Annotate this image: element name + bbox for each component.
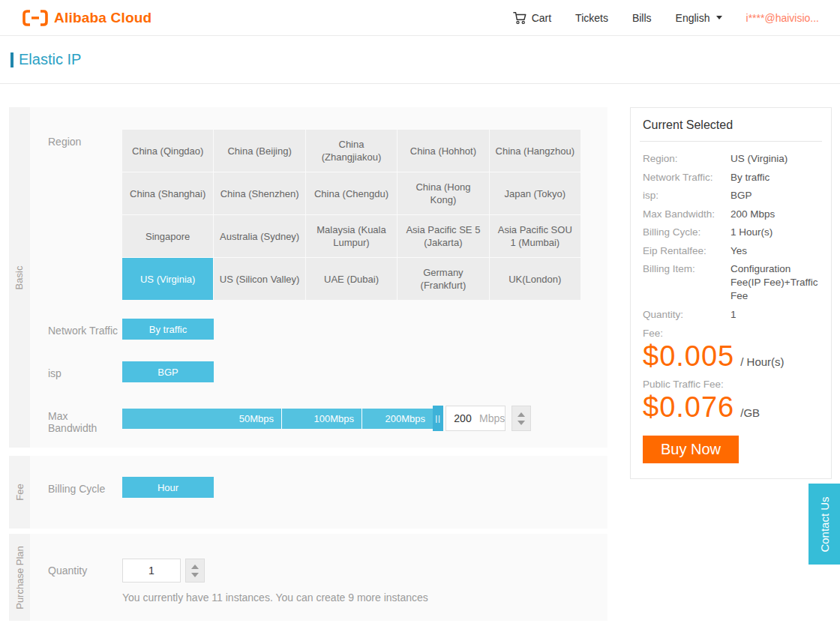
- fee-label: Fee:: [643, 328, 819, 339]
- region-option[interactable]: China (Shanghai): [122, 172, 213, 214]
- summary-divider: [640, 141, 822, 142]
- region-option[interactable]: China (Shenzhen): [214, 172, 304, 214]
- summary-row-billing-item: Billing Item: Configuration Fee(IP Fee)+…: [643, 262, 819, 303]
- title-accent-bar: [10, 52, 14, 67]
- bandwidth-slider-wrap: 50Mbps 100Mbps 200Mbps || Mbps: [122, 406, 531, 431]
- region-option[interactable]: UK(London): [490, 258, 580, 300]
- stepper-up-icon[interactable]: [518, 412, 525, 417]
- region-option[interactable]: UAE (Dubai): [306, 258, 397, 300]
- page-title: Elastic IP: [19, 51, 81, 68]
- top-header: Alibaba Cloud Cart Tickets Bills English…: [0, 0, 840, 36]
- quantity-row: Quantity You currently have 11 instances…: [30, 559, 608, 604]
- nav-bills[interactable]: Bills: [632, 12, 652, 24]
- region-option[interactable]: Japan (Tokyo): [490, 172, 580, 214]
- cart-icon: [512, 10, 527, 25]
- summary-row-label: Billing Item:: [643, 262, 730, 303]
- traffic-fee-unit: /GB: [740, 406, 760, 419]
- summary-row-region: Region: US (Virginia): [643, 152, 819, 166]
- stepper-up-icon[interactable]: [191, 565, 199, 569]
- bandwidth-stepper[interactable]: [512, 406, 531, 431]
- alibaba-cloud-logo[interactable]: Alibaba Cloud: [22, 10, 152, 26]
- region-option[interactable]: China (Beijing): [214, 130, 304, 172]
- region-option[interactable]: China (Qingdao): [122, 130, 213, 172]
- bandwidth-input[interactable]: [446, 412, 479, 424]
- bandwidth-input-box: Mbps: [446, 406, 506, 431]
- summary-row-label: Network Traffic:: [643, 171, 730, 184]
- quantity-input[interactable]: [122, 559, 181, 583]
- region-option-selected[interactable]: US (Virginia): [122, 258, 213, 300]
- isp-option-selected[interactable]: BGP: [122, 361, 214, 382]
- section-strip-purchase-plan: Purchase Plan: [9, 534, 30, 621]
- traffic-fee-price-line: $0.076 /GB: [643, 391, 819, 424]
- fee-unit: / Hour(s): [740, 355, 784, 368]
- alibaba-cloud-logo-icon: [22, 10, 48, 26]
- bandwidth-unit: Mbps: [479, 412, 505, 424]
- summary-row-value: 1 Hour(s): [730, 226, 819, 239]
- summary-row-value: By traffic: [730, 171, 819, 184]
- summary-row-value: 1: [730, 308, 819, 322]
- region-option[interactable]: Asia Pacific SOU 1 (Mumbai): [490, 215, 580, 257]
- bandwidth-tick-200[interactable]: 200Mbps: [362, 409, 433, 429]
- quantity-controls: You currently have 11 instances. You can…: [122, 559, 428, 604]
- chevron-down-icon: [716, 16, 722, 19]
- header-nav: Cart Tickets Bills English i****@haivisi…: [512, 10, 819, 25]
- fee-panel: Billing Cycle Hour: [30, 456, 608, 529]
- summary-row-value: US (Virginia): [730, 152, 819, 166]
- public-traffic-fee-label: Public Traffic Fee:: [643, 379, 819, 390]
- bandwidth-slider-track[interactable]: 50Mbps 100Mbps 200Mbps: [122, 409, 433, 429]
- nav-cart[interactable]: Cart: [512, 10, 551, 25]
- basic-panel: Region China (Qingdao) China (Beijing) C…: [30, 107, 608, 448]
- summary-row-network-traffic: Network Traffic: By traffic: [643, 171, 819, 184]
- bandwidth-tick-100[interactable]: 100Mbps: [281, 409, 362, 429]
- region-option[interactable]: China (Hong Kong): [398, 172, 488, 214]
- quantity-stepper[interactable]: [185, 559, 205, 583]
- region-option[interactable]: Singapore: [122, 215, 213, 257]
- account-email[interactable]: i****@haivisio...: [746, 12, 819, 24]
- region-option[interactable]: US (Silicon Valley): [214, 258, 304, 300]
- summary-row-max-bandwidth: Max Bandwidth: 200 Mbps: [643, 208, 819, 221]
- language-dropdown[interactable]: English: [676, 12, 722, 24]
- section-strip-fee: Fee: [9, 456, 30, 529]
- region-option[interactable]: China (Zhangjiakou): [306, 130, 397, 172]
- network-traffic-label: Network Traffic: [30, 319, 122, 337]
- billing-cycle-row: Billing Cycle Hour: [30, 477, 608, 498]
- summary-row-label: Region:: [643, 152, 730, 166]
- purchase-plan-panel: Quantity You currently have 11 instances…: [30, 534, 608, 621]
- summary-row-value: Configuration Fee(IP Fee)+Traffic Fee: [730, 262, 819, 303]
- stepper-down-icon[interactable]: [191, 573, 199, 577]
- section-label-purchase-plan: Purchase Plan: [14, 546, 26, 610]
- region-option[interactable]: Malaysia (Kuala Lumpur): [306, 215, 397, 257]
- section-strip-basic: Basic: [9, 107, 30, 448]
- nav-tickets[interactable]: Tickets: [575, 12, 608, 24]
- nav-tickets-label: Tickets: [575, 12, 608, 24]
- buy-now-button[interactable]: Buy Now: [643, 436, 739, 463]
- region-row: Region China (Qingdao) China (Beijing) C…: [30, 130, 608, 300]
- summary-row-value: BGP: [730, 189, 819, 202]
- summary-row-label: Eip Rentalfee:: [643, 244, 730, 258]
- contact-us-tab[interactable]: Contact Us: [808, 484, 840, 565]
- region-option[interactable]: China (Hangzhou): [490, 130, 580, 172]
- traffic-fee-amount: $0.076: [643, 391, 734, 424]
- region-option[interactable]: Australia (Sydney): [214, 215, 304, 257]
- summary-row-eip-rentalfee: Eip Rentalfee: Yes: [643, 244, 819, 258]
- bandwidth-slider-handle[interactable]: ||: [433, 406, 443, 431]
- region-option[interactable]: Germany (Frankfurt): [398, 258, 488, 300]
- summary-row-value: Yes: [730, 244, 819, 258]
- language-label: English: [676, 12, 710, 24]
- page-title-band: Elastic IP: [0, 36, 840, 84]
- quantity-note: You currently have 11 instances. You can…: [122, 592, 428, 604]
- bandwidth-tick-50[interactable]: 50Mbps: [122, 409, 281, 429]
- network-traffic-option-selected[interactable]: By traffic: [122, 319, 214, 340]
- summary-title: Current Selected: [643, 118, 819, 141]
- billing-cycle-option-selected[interactable]: Hour: [122, 477, 214, 498]
- stepper-down-icon[interactable]: [518, 421, 525, 425]
- region-option[interactable]: China (Chengdu): [306, 172, 397, 214]
- summary-row-value: 200 Mbps: [730, 208, 819, 221]
- summary-row-isp: isp: BGP: [643, 189, 819, 202]
- section-label-fee: Fee: [14, 484, 26, 500]
- region-option[interactable]: China (Hohhot): [398, 130, 488, 172]
- isp-label: isp: [30, 361, 122, 379]
- summary-row-label: Quantity:: [643, 308, 730, 322]
- quantity-label: Quantity: [30, 559, 122, 577]
- region-option[interactable]: Asia Pacific SE 5 (Jakarta): [398, 215, 488, 257]
